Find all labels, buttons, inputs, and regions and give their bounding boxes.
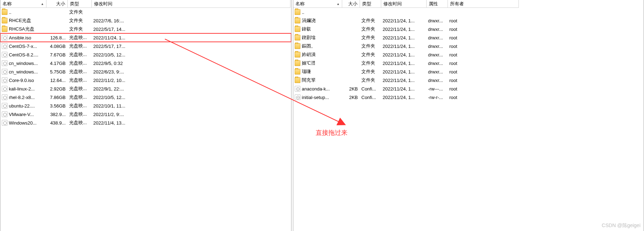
file-type: 光盘映... bbox=[68, 119, 92, 127]
file-type: 文件夹 bbox=[68, 8, 92, 16]
folder-icon bbox=[295, 43, 300, 49]
col-header-type[interactable]: 类型 bbox=[360, 0, 381, 8]
sort-caret-icon: ▲ bbox=[337, 2, 340, 6]
file-row[interactable]: CentOS-7-x...4.08GB光盘映...2022/5/17, 17..… bbox=[0, 42, 291, 50]
file-row[interactable]: Windows20...438.9...光盘映...2022/11/4, 13.… bbox=[0, 119, 291, 127]
file-row[interactable]: 妯℃澘文件夹2022/11/24, 1...drwxr...root bbox=[293, 59, 644, 67]
file-row[interactable]: 妗岄潰文件夹2022/11/24, 1...drwxr...root bbox=[293, 50, 644, 59]
file-name: CentOS-7-x... bbox=[9, 44, 37, 49]
folder-icon bbox=[295, 77, 300, 83]
file-date: 2022/11/24, 1... bbox=[381, 93, 427, 101]
file-row[interactable]: 鍏叡文件夹2022/11/24, 1...drwxr...root bbox=[293, 25, 644, 33]
file-row[interactable]: cn_windows...5.75GB光盘映...2022/6/23, 9:..… bbox=[0, 67, 291, 76]
disc-image-icon bbox=[2, 43, 7, 49]
file-date: 2022/11/24, 1... bbox=[381, 59, 427, 67]
disc-image-icon bbox=[2, 120, 7, 126]
right-file-pane[interactable]: 名称 ▲ 大小 类型 修改时间 属性 所有者 ..涓嬭浇文件夹2022/11/2… bbox=[293, 0, 644, 231]
file-row[interactable]: Ansible.iso126.8...光盘映...2022/11/24, 1..… bbox=[0, 33, 291, 42]
file-type: 光盘映... bbox=[68, 101, 92, 110]
col-header-date[interactable]: 修改时间 bbox=[381, 0, 427, 8]
file-type: 光盘映... bbox=[68, 84, 92, 93]
file-date: 2022/5/17, 17... bbox=[92, 42, 290, 50]
file-name: 妗岄潰 bbox=[302, 51, 316, 58]
folder-icon bbox=[2, 18, 7, 23]
file-owner: root bbox=[448, 50, 519, 59]
file-attr: drwxr... bbox=[427, 59, 448, 67]
file-owner: root bbox=[448, 59, 519, 67]
file-size bbox=[342, 33, 360, 42]
file-owner: root bbox=[448, 93, 519, 101]
file-row[interactable]: 瑙嗛文件夹2022/11/24, 1...drwxr...root bbox=[293, 67, 644, 76]
file-date: 2022/9/1, 22:... bbox=[92, 84, 290, 93]
file-size bbox=[342, 67, 360, 76]
file-name: kali-linux-2... bbox=[9, 86, 35, 92]
file-type: 文件夹 bbox=[360, 42, 381, 50]
file-attr: drwxr... bbox=[427, 76, 448, 84]
file-attr bbox=[427, 8, 448, 16]
file-date: 2022/5/17, 14... bbox=[92, 25, 290, 33]
file-row[interactable]: .. bbox=[293, 8, 644, 16]
file-type: Confi... bbox=[360, 93, 381, 101]
folder-icon bbox=[295, 52, 300, 57]
col-header-owner[interactable]: 所有者 bbox=[448, 0, 519, 8]
file-row[interactable]: VMware-V...382.9...光盘映...2022/11/2, 9:..… bbox=[0, 110, 291, 119]
file-row[interactable]: RHCSA光盘文件夹2022/5/17, 14... bbox=[0, 25, 291, 33]
left-file-pane[interactable]: 名称 ▲ 大小 类型 修改时间 ..文件夹RHCE光盘文件夹2022/7/6, … bbox=[0, 0, 292, 231]
file-row[interactable]: 涓嬭浇文件夹2022/11/24, 1...drwxr...root bbox=[293, 16, 644, 25]
file-row[interactable]: 鍥剧墖文件夹2022/11/24, 1...drwxr...root bbox=[293, 33, 644, 42]
file-row[interactable]: RHCE光盘文件夹2022/7/6, 16:... bbox=[0, 16, 291, 25]
file-size bbox=[342, 16, 360, 25]
left-header-row: 名称 ▲ 大小 类型 修改时间 bbox=[0, 0, 291, 8]
folder-icon bbox=[295, 69, 300, 75]
file-size: 7.86GB bbox=[46, 93, 68, 101]
file-row[interactable]: 鏂囨。文件夹2022/11/24, 1...drwxr...root bbox=[293, 42, 644, 50]
file-size: 12.64... bbox=[46, 76, 68, 84]
file-type: 文件夹 bbox=[360, 50, 381, 59]
file-name: Windows20... bbox=[9, 120, 37, 126]
col-header-name[interactable]: 名称 ▲ bbox=[0, 0, 46, 8]
file-row[interactable]: initial-setup...2KBConfi...2022/11/24, 1… bbox=[293, 93, 644, 101]
file-size: 382.9... bbox=[46, 110, 68, 119]
file-date bbox=[92, 8, 290, 16]
file-type: Confi... bbox=[360, 84, 381, 93]
folder-icon bbox=[295, 18, 300, 23]
file-name: CentOS-8.2.... bbox=[9, 52, 38, 57]
file-date: 2022/11/24, 1... bbox=[381, 25, 427, 33]
file-date: 2022/11/24, 1... bbox=[381, 33, 427, 42]
file-row[interactable]: anaconda-k...2KBConfi...2022/11/24, 1...… bbox=[293, 84, 644, 93]
col-header-size[interactable]: 大小 bbox=[46, 0, 68, 8]
disc-image-icon bbox=[2, 77, 7, 83]
file-date: 2022/11/24, 1... bbox=[381, 50, 427, 59]
col-header-name-label: 名称 bbox=[295, 1, 305, 7]
file-row[interactable]: ..文件夹 bbox=[0, 8, 291, 16]
file-row[interactable]: rhel-8.2-x8...7.86GB光盘映...2022/10/5, 12.… bbox=[0, 93, 291, 101]
right-header-row: 名称 ▲ 大小 类型 修改时间 属性 所有者 bbox=[293, 0, 644, 8]
file-type: 光盘映... bbox=[68, 110, 92, 119]
col-header-type[interactable]: 类型 bbox=[68, 0, 92, 8]
config-file-icon bbox=[295, 94, 300, 100]
file-name: rhel-8.2-x8... bbox=[9, 95, 35, 100]
file-size bbox=[342, 25, 360, 33]
disc-image-icon bbox=[2, 60, 7, 66]
file-row[interactable]: Core-9.0.iso12.64...光盘映...2022/11/2, 10.… bbox=[0, 76, 291, 84]
file-size bbox=[342, 42, 360, 50]
file-row[interactable]: cn_windows...4.17GB光盘映...2022/9/5, 0:32 bbox=[0, 59, 291, 67]
file-date: 2022/11/24, 1... bbox=[381, 67, 427, 76]
col-header-size[interactable]: 大小 bbox=[342, 0, 360, 8]
file-date: 2022/9/5, 0:32 bbox=[92, 59, 290, 67]
file-size: 126.8... bbox=[46, 33, 68, 42]
file-owner: root bbox=[448, 42, 519, 50]
file-name: 鍥剧墖 bbox=[302, 34, 316, 41]
file-row[interactable]: CentOS-8.2....7.67GB光盘映...2022/10/5, 12.… bbox=[0, 50, 291, 59]
col-header-date[interactable]: 修改时间 bbox=[92, 0, 290, 8]
file-type: 光盘映... bbox=[68, 42, 92, 50]
file-row[interactable]: kali-linux-2...2.92GB光盘映...2022/9/1, 22:… bbox=[0, 84, 291, 93]
col-header-name[interactable]: 名称 ▲ bbox=[293, 0, 342, 8]
file-name: 鏂囨。 bbox=[302, 43, 316, 49]
file-row[interactable]: ubuntu-22....3.56GB光盘映...2022/10/1, 11..… bbox=[0, 101, 291, 110]
file-date: 2022/11/4, 13... bbox=[92, 119, 290, 127]
file-row[interactable]: 闊充箰文件夹2022/11/24, 1...drwxr...root bbox=[293, 76, 644, 84]
file-date: 2022/11/2, 10... bbox=[92, 76, 290, 84]
file-type: 光盘映... bbox=[68, 59, 92, 67]
col-header-attr[interactable]: 属性 bbox=[427, 0, 448, 8]
